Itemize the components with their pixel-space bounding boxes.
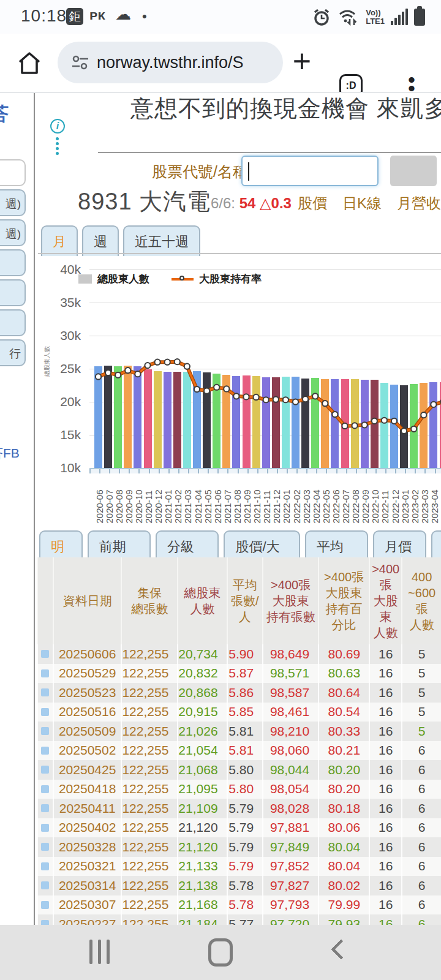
sidebar-box[interactable]: 週) xyxy=(0,219,26,246)
column-header: 總股東 人數 xyxy=(178,557,227,644)
x-axis-tick: 2020-12 xyxy=(153,471,162,524)
sidebar-box[interactable] xyxy=(0,249,26,276)
stock-search-input[interactable] xyxy=(241,156,379,186)
sidebar-box[interactable]: 週) xyxy=(0,189,26,216)
table-cell: 20,868 xyxy=(178,683,227,703)
y-axis-tick: 30k xyxy=(36,328,81,343)
home-nav-icon[interactable] xyxy=(208,938,233,967)
sidebar-box[interactable]: 行 xyxy=(0,339,26,366)
row-select-checkbox[interactable] xyxy=(41,766,49,774)
stock-link[interactable]: 日K線 xyxy=(342,194,382,213)
row-select-checkbox[interactable] xyxy=(41,747,49,755)
text-caret xyxy=(248,162,249,181)
row-select-checkbox[interactable] xyxy=(41,862,49,870)
y-axis-tick: 35k xyxy=(36,295,81,310)
table-cell: 80.18 xyxy=(318,799,369,818)
table-cell: 16 xyxy=(369,644,402,664)
table-row: 20250307122,25521,1685.7897,79379.99166 xyxy=(37,895,441,915)
row-select-checkbox[interactable] xyxy=(41,901,49,909)
x-axis-tick: 2022-02 xyxy=(291,471,300,524)
recents-icon[interactable] xyxy=(89,940,110,964)
table-cell: 6 xyxy=(402,818,441,838)
x-axis-tick: 2021-07 xyxy=(222,471,231,524)
table-cell: 16 xyxy=(369,664,402,684)
table-cell: 80.20 xyxy=(318,780,369,799)
column-header: >400張 大股東 持有百分比 xyxy=(318,557,369,644)
table-cell: 20250516 xyxy=(53,703,122,722)
table-cell: 20250509 xyxy=(53,722,122,741)
x-axis-tick: 2021-03 xyxy=(183,471,192,524)
table-cell: 5.79 xyxy=(227,857,263,876)
table-cell: 5.78 xyxy=(227,876,263,895)
table-cell: 16 xyxy=(369,703,402,722)
table-cell: 6 xyxy=(402,799,441,818)
tab-週[interactable]: 週 xyxy=(82,225,119,256)
row-select-checkbox[interactable] xyxy=(41,708,49,716)
table-row: 20250523122,25520,8685.8698,58780.64165 xyxy=(37,683,441,703)
column-header: >400張 大股東 持有張數 xyxy=(263,557,318,644)
stock-link[interactable]: 股價 xyxy=(298,194,327,213)
back-icon[interactable] xyxy=(331,939,352,960)
table-row: 20250321122,25521,1335.7997,85280.04166 xyxy=(37,857,441,876)
table-cell: 5.86 xyxy=(227,683,263,703)
row-select-checkbox[interactable] xyxy=(41,824,49,832)
table-cell: 20250321 xyxy=(53,857,122,876)
table-row: 20250411122,25521,1095.7998,02880.18166 xyxy=(37,799,441,818)
table-cell: 6 xyxy=(402,760,441,780)
url-bar[interactable]: norway.twsthr.info/S xyxy=(58,42,283,83)
wifi-icon xyxy=(337,7,360,28)
sidebar-box[interactable] xyxy=(0,309,26,336)
ad-headline[interactable]: 意想不到的換現金機會 來凱多利 xyxy=(130,93,441,124)
sidebar-box[interactable] xyxy=(0,159,26,186)
shareholder-table: 資料日期集保 總張數總股東 人數平均 張數/人>400張 大股東 持有張數>40… xyxy=(37,557,441,953)
x-axis-tick: 2021-11 xyxy=(262,471,271,524)
y-axis-tick: 40k xyxy=(36,262,81,277)
row-select-checkbox[interactable] xyxy=(41,804,49,812)
row-select-checkbox[interactable] xyxy=(41,650,49,658)
table-cell: 20250402 xyxy=(53,818,122,838)
tab-近五十週[interactable]: 近五十週 xyxy=(123,225,200,256)
sidebar-fb-link[interactable]: 荅FB xyxy=(0,445,20,462)
row-select-checkbox[interactable] xyxy=(41,785,49,793)
table-cell: 21,054 xyxy=(178,741,227,761)
table-cell: 122,255 xyxy=(121,818,178,838)
table-cell: 80.54 xyxy=(318,703,369,722)
table-cell: 20250523 xyxy=(53,683,122,703)
table-cell: 5.79 xyxy=(227,837,263,857)
table-cell: 122,255 xyxy=(121,876,178,895)
stock-quote: 6/6: 54 △0.3 xyxy=(211,195,292,212)
stock-link[interactable]: 月營收 xyxy=(397,194,441,213)
table-cell: 21,120 xyxy=(178,818,227,838)
table-cell: 6 xyxy=(402,895,441,915)
table-cell: 20250502 xyxy=(53,741,122,761)
row-select-checkbox[interactable] xyxy=(41,669,49,677)
table-cell: 6 xyxy=(402,857,441,876)
table-cell: 80.64 xyxy=(318,683,369,703)
home-icon[interactable] xyxy=(16,50,43,77)
stock-search-button[interactable] xyxy=(390,156,437,186)
table-cell: 122,255 xyxy=(121,741,178,761)
table-cell: 122,255 xyxy=(121,644,178,664)
row-select-checkbox[interactable] xyxy=(41,881,49,889)
site-settings-icon[interactable] xyxy=(71,54,89,71)
clock-time: 10:18 xyxy=(21,6,67,26)
new-tab-button[interactable]: + xyxy=(281,41,323,84)
x-axis-tick: 2022-11 xyxy=(380,471,389,524)
ad-info-icon[interactable]: i xyxy=(50,119,65,134)
row-select-checkbox[interactable] xyxy=(41,843,49,851)
table-cell: 20250425 xyxy=(53,760,122,780)
ad-options-icon[interactable] xyxy=(56,137,59,157)
table-cell: 98,054 xyxy=(263,780,318,799)
sidebar-box[interactable] xyxy=(0,279,26,306)
table-cell: 6 xyxy=(402,837,441,857)
table-cell: 80.63 xyxy=(318,664,369,684)
y-axis-tick: 20k xyxy=(36,394,81,409)
table-cell: 16 xyxy=(369,799,402,818)
tab-月[interactable]: 月 xyxy=(41,225,78,256)
column-header: 平均 張數/人 xyxy=(227,557,263,644)
row-select-checkbox[interactable] xyxy=(41,688,49,696)
table-cell: 80.21 xyxy=(318,741,369,761)
row-select-checkbox[interactable] xyxy=(41,727,49,735)
x-axis-tick: 2020-10 xyxy=(133,471,142,524)
table-cell: 16 xyxy=(369,857,402,876)
